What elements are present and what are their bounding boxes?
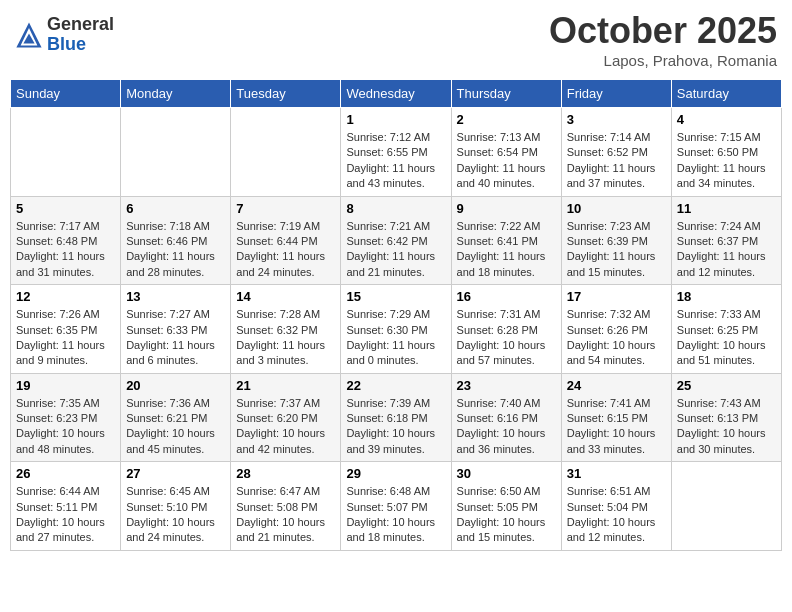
weekday-header: Saturday (671, 80, 781, 108)
logo: General Blue (15, 15, 114, 55)
day-info-line: Sunset: 5:08 PM (236, 501, 317, 513)
calendar-table: SundayMondayTuesdayWednesdayThursdayFrid… (10, 79, 782, 551)
calendar-cell: 31Sunrise: 6:51 AMSunset: 5:04 PMDayligh… (561, 462, 671, 551)
day-info-line: Sunrise: 7:31 AM (457, 308, 541, 320)
day-number: 12 (16, 289, 115, 304)
day-info: Sunrise: 7:19 AMSunset: 6:44 PMDaylight:… (236, 219, 335, 281)
day-info: Sunrise: 7:17 AMSunset: 6:48 PMDaylight:… (16, 219, 115, 281)
day-info: Sunrise: 7:43 AMSunset: 6:13 PMDaylight:… (677, 396, 776, 458)
day-info-line: Sunrise: 6:45 AM (126, 485, 210, 497)
calendar-cell: 2Sunrise: 7:13 AMSunset: 6:54 PMDaylight… (451, 108, 561, 197)
calendar-cell: 12Sunrise: 7:26 AMSunset: 6:35 PMDayligh… (11, 285, 121, 374)
calendar-cell: 22Sunrise: 7:39 AMSunset: 6:18 PMDayligh… (341, 373, 451, 462)
day-info-line: Sunset: 6:39 PM (567, 235, 648, 247)
calendar-cell: 7Sunrise: 7:19 AMSunset: 6:44 PMDaylight… (231, 196, 341, 285)
day-info-line: Sunrise: 6:51 AM (567, 485, 651, 497)
day-info-line: Sunset: 5:05 PM (457, 501, 538, 513)
weekday-header: Sunday (11, 80, 121, 108)
day-info-line: Sunrise: 7:15 AM (677, 131, 761, 143)
day-info-line: Sunset: 6:16 PM (457, 412, 538, 424)
day-info-line: Sunrise: 6:48 AM (346, 485, 430, 497)
day-info-line: Daylight: 10 hours and 15 minutes. (457, 516, 546, 543)
calendar-cell: 17Sunrise: 7:32 AMSunset: 6:26 PMDayligh… (561, 285, 671, 374)
day-info-line: Daylight: 11 hours and 31 minutes. (16, 250, 105, 277)
day-info-line: Daylight: 10 hours and 45 minutes. (126, 427, 215, 454)
weekday-header: Thursday (451, 80, 561, 108)
month-title: October 2025 (549, 10, 777, 52)
day-number: 4 (677, 112, 776, 127)
day-info-line: Daylight: 10 hours and 42 minutes. (236, 427, 325, 454)
day-info-line: Daylight: 10 hours and 39 minutes. (346, 427, 435, 454)
day-number: 31 (567, 466, 666, 481)
day-info-line: Sunset: 6:50 PM (677, 146, 758, 158)
calendar-cell: 18Sunrise: 7:33 AMSunset: 6:25 PMDayligh… (671, 285, 781, 374)
day-info-line: Sunrise: 7:21 AM (346, 220, 430, 232)
day-number: 28 (236, 466, 335, 481)
calendar-cell: 15Sunrise: 7:29 AMSunset: 6:30 PMDayligh… (341, 285, 451, 374)
day-info-line: Sunrise: 7:28 AM (236, 308, 320, 320)
day-number: 27 (126, 466, 225, 481)
day-info: Sunrise: 7:36 AMSunset: 6:21 PMDaylight:… (126, 396, 225, 458)
day-info-line: Daylight: 11 hours and 24 minutes. (236, 250, 325, 277)
title-block: October 2025 Lapos, Prahova, Romania (549, 10, 777, 69)
day-number: 9 (457, 201, 556, 216)
day-info-line: Sunset: 6:15 PM (567, 412, 648, 424)
day-info: Sunrise: 7:32 AMSunset: 6:26 PMDaylight:… (567, 307, 666, 369)
day-info-line: Sunrise: 7:35 AM (16, 397, 100, 409)
calendar-cell: 5Sunrise: 7:17 AMSunset: 6:48 PMDaylight… (11, 196, 121, 285)
weekday-header: Friday (561, 80, 671, 108)
day-number: 11 (677, 201, 776, 216)
day-info-line: Sunset: 6:44 PM (236, 235, 317, 247)
calendar-cell: 13Sunrise: 7:27 AMSunset: 6:33 PMDayligh… (121, 285, 231, 374)
day-info-line: Sunset: 6:52 PM (567, 146, 648, 158)
day-number: 22 (346, 378, 445, 393)
day-info-line: Sunset: 6:37 PM (677, 235, 758, 247)
weekday-header: Tuesday (231, 80, 341, 108)
day-number: 5 (16, 201, 115, 216)
day-info-line: Sunrise: 7:18 AM (126, 220, 210, 232)
day-info-line: Sunset: 6:26 PM (567, 324, 648, 336)
day-number: 26 (16, 466, 115, 481)
day-info-line: Daylight: 11 hours and 40 minutes. (457, 162, 546, 189)
day-info: Sunrise: 7:15 AMSunset: 6:50 PMDaylight:… (677, 130, 776, 192)
day-number: 18 (677, 289, 776, 304)
calendar-cell: 4Sunrise: 7:15 AMSunset: 6:50 PMDaylight… (671, 108, 781, 197)
day-info-line: Sunset: 6:54 PM (457, 146, 538, 158)
day-info-line: Sunrise: 6:50 AM (457, 485, 541, 497)
day-info-line: Daylight: 10 hours and 48 minutes. (16, 427, 105, 454)
day-info-line: Daylight: 11 hours and 15 minutes. (567, 250, 656, 277)
day-info-line: Sunrise: 7:27 AM (126, 308, 210, 320)
day-number: 23 (457, 378, 556, 393)
day-info-line: Daylight: 11 hours and 9 minutes. (16, 339, 105, 366)
day-info: Sunrise: 7:33 AMSunset: 6:25 PMDaylight:… (677, 307, 776, 369)
calendar-cell: 14Sunrise: 7:28 AMSunset: 6:32 PMDayligh… (231, 285, 341, 374)
day-info-line: Sunrise: 7:12 AM (346, 131, 430, 143)
day-info-line: Daylight: 11 hours and 28 minutes. (126, 250, 215, 277)
day-info: Sunrise: 7:39 AMSunset: 6:18 PMDaylight:… (346, 396, 445, 458)
day-number: 25 (677, 378, 776, 393)
calendar-cell: 6Sunrise: 7:18 AMSunset: 6:46 PMDaylight… (121, 196, 231, 285)
day-info: Sunrise: 7:14 AMSunset: 6:52 PMDaylight:… (567, 130, 666, 192)
day-number: 21 (236, 378, 335, 393)
day-info-line: Sunset: 6:23 PM (16, 412, 97, 424)
day-info-line: Daylight: 10 hours and 54 minutes. (567, 339, 656, 366)
day-info-line: Sunrise: 7:40 AM (457, 397, 541, 409)
calendar-cell: 30Sunrise: 6:50 AMSunset: 5:05 PMDayligh… (451, 462, 561, 551)
day-info-line: Sunrise: 7:43 AM (677, 397, 761, 409)
calendar-cell: 1Sunrise: 7:12 AMSunset: 6:55 PMDaylight… (341, 108, 451, 197)
day-info: Sunrise: 7:35 AMSunset: 6:23 PMDaylight:… (16, 396, 115, 458)
day-info: Sunrise: 7:26 AMSunset: 6:35 PMDaylight:… (16, 307, 115, 369)
day-info-line: Sunset: 6:48 PM (16, 235, 97, 247)
day-info-line: Sunrise: 7:33 AM (677, 308, 761, 320)
day-info-line: Daylight: 10 hours and 33 minutes. (567, 427, 656, 454)
day-info-line: Sunset: 6:28 PM (457, 324, 538, 336)
calendar-cell: 26Sunrise: 6:44 AMSunset: 5:11 PMDayligh… (11, 462, 121, 551)
logo-general: General (47, 15, 114, 35)
day-number: 17 (567, 289, 666, 304)
day-info-line: Sunset: 5:10 PM (126, 501, 207, 513)
day-info-line: Daylight: 10 hours and 30 minutes. (677, 427, 766, 454)
day-number: 13 (126, 289, 225, 304)
day-number: 6 (126, 201, 225, 216)
day-info: Sunrise: 7:13 AMSunset: 6:54 PMDaylight:… (457, 130, 556, 192)
day-info-line: Sunrise: 7:41 AM (567, 397, 651, 409)
